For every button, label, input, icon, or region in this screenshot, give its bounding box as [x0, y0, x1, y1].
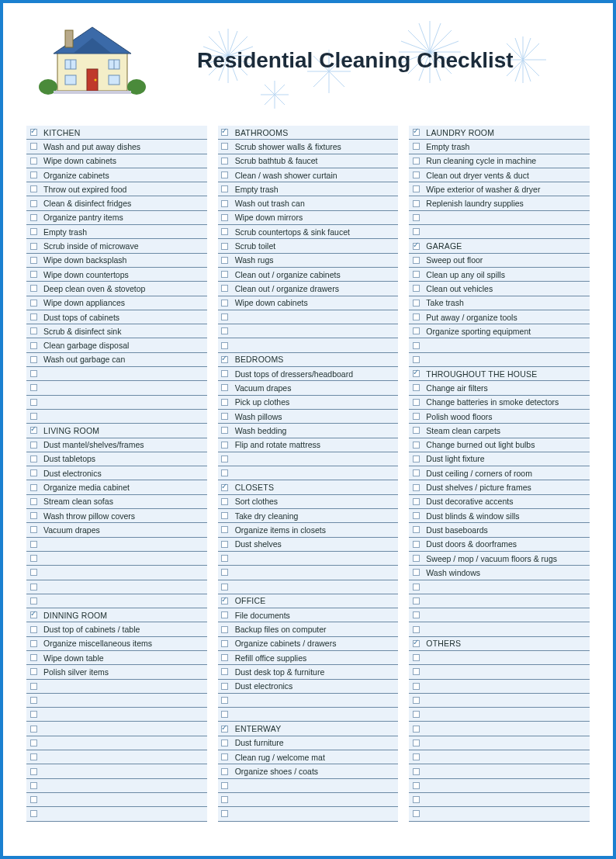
- checkbox-checked-icon[interactable]: [30, 611, 37, 618]
- checkbox-icon[interactable]: [30, 285, 37, 292]
- checkbox-icon[interactable]: [221, 711, 228, 718]
- checkbox-icon[interactable]: [221, 512, 228, 519]
- checkbox-icon[interactable]: [221, 569, 228, 576]
- checkbox-icon[interactable]: [30, 584, 37, 591]
- checkbox-icon[interactable]: [221, 455, 228, 462]
- checkbox-checked-icon[interactable]: [30, 427, 37, 434]
- checkbox-icon[interactable]: [413, 214, 420, 221]
- checkbox-icon[interactable]: [30, 541, 37, 548]
- checkbox-icon[interactable]: [221, 171, 228, 178]
- checkbox-icon[interactable]: [413, 285, 420, 292]
- checkbox-icon[interactable]: [30, 300, 37, 307]
- checkbox-icon[interactable]: [30, 313, 37, 320]
- checkbox-icon[interactable]: [30, 327, 37, 334]
- checkbox-icon[interactable]: [221, 342, 228, 349]
- checkbox-icon[interactable]: [221, 611, 228, 618]
- checkbox-icon[interactable]: [413, 257, 420, 264]
- checkbox-icon[interactable]: [221, 697, 228, 704]
- checkbox-icon[interactable]: [30, 171, 37, 178]
- checkbox-icon[interactable]: [413, 584, 420, 591]
- checkbox-icon[interactable]: [413, 384, 420, 391]
- checkbox-icon[interactable]: [221, 541, 228, 548]
- checkbox-icon[interactable]: [413, 158, 420, 165]
- checkbox-icon[interactable]: [30, 768, 37, 775]
- checkbox-icon[interactable]: [413, 626, 420, 633]
- checkbox-icon[interactable]: [413, 455, 420, 462]
- checkbox-icon[interactable]: [221, 214, 228, 221]
- checkbox-icon[interactable]: [413, 654, 420, 661]
- checkbox-icon[interactable]: [413, 611, 420, 618]
- checkbox-icon[interactable]: [413, 442, 420, 449]
- checkbox-icon[interactable]: [413, 555, 420, 562]
- checkbox-icon[interactable]: [413, 171, 420, 178]
- checkbox-icon[interactable]: [221, 668, 228, 675]
- checkbox-icon[interactable]: [30, 597, 37, 604]
- checkbox-icon[interactable]: [413, 512, 420, 519]
- checkbox-checked-icon[interactable]: [413, 129, 420, 136]
- checkbox-icon[interactable]: [413, 200, 420, 207]
- checkbox-icon[interactable]: [413, 469, 420, 476]
- checkbox-icon[interactable]: [413, 711, 420, 718]
- checkbox-icon[interactable]: [413, 753, 420, 760]
- checkbox-icon[interactable]: [221, 683, 228, 690]
- checkbox-icon[interactable]: [30, 455, 37, 462]
- checkbox-checked-icon[interactable]: [221, 597, 228, 604]
- checkbox-icon[interactable]: [413, 498, 420, 505]
- checkbox-checked-icon[interactable]: [221, 484, 228, 491]
- checkbox-icon[interactable]: [221, 384, 228, 391]
- checkbox-icon[interactable]: [221, 399, 228, 406]
- checkbox-icon[interactable]: [413, 228, 420, 235]
- checkbox-icon[interactable]: [413, 185, 420, 192]
- checkbox-icon[interactable]: [30, 158, 37, 165]
- checkbox-icon[interactable]: [30, 782, 37, 789]
- checkbox-icon[interactable]: [30, 413, 37, 420]
- checkbox-checked-icon[interactable]: [221, 726, 228, 733]
- checkbox-icon[interactable]: [30, 257, 37, 264]
- checkbox-icon[interactable]: [413, 427, 420, 434]
- checkbox-icon[interactable]: [30, 356, 37, 363]
- checkbox-icon[interactable]: [413, 271, 420, 278]
- checkbox-icon[interactable]: [221, 526, 228, 533]
- checkbox-icon[interactable]: [30, 810, 37, 817]
- checkbox-icon[interactable]: [30, 342, 37, 349]
- checkbox-icon[interactable]: [30, 569, 37, 576]
- checkbox-icon[interactable]: [30, 185, 37, 192]
- checkbox-icon[interactable]: [221, 413, 228, 420]
- checkbox-icon[interactable]: [413, 356, 420, 363]
- checkbox-icon[interactable]: [221, 498, 228, 505]
- checkbox-icon[interactable]: [413, 399, 420, 406]
- checkbox-checked-icon[interactable]: [413, 640, 420, 647]
- checkbox-icon[interactable]: [221, 654, 228, 661]
- checkbox-icon[interactable]: [30, 200, 37, 207]
- checkbox-icon[interactable]: [413, 342, 420, 349]
- checkbox-icon[interactable]: [413, 726, 420, 733]
- checkbox-icon[interactable]: [221, 300, 228, 307]
- checkbox-icon[interactable]: [413, 796, 420, 803]
- checkbox-icon[interactable]: [221, 740, 228, 746]
- checkbox-icon[interactable]: [221, 143, 228, 150]
- checkbox-icon[interactable]: [221, 640, 228, 647]
- checkbox-icon[interactable]: [413, 541, 420, 548]
- checkbox-icon[interactable]: [413, 768, 420, 775]
- checkbox-icon[interactable]: [221, 185, 228, 192]
- checkbox-icon[interactable]: [30, 512, 37, 519]
- checkbox-icon[interactable]: [413, 810, 420, 817]
- checkbox-icon[interactable]: [221, 427, 228, 434]
- checkbox-icon[interactable]: [221, 327, 228, 334]
- checkbox-icon[interactable]: [30, 243, 37, 250]
- checkbox-icon[interactable]: [30, 228, 37, 235]
- checkbox-icon[interactable]: [30, 626, 37, 633]
- checkbox-icon[interactable]: [221, 469, 228, 476]
- checkbox-icon[interactable]: [221, 200, 228, 207]
- checkbox-icon[interactable]: [30, 143, 37, 150]
- checkbox-icon[interactable]: [413, 484, 420, 491]
- checkbox-icon[interactable]: [221, 442, 228, 449]
- checkbox-icon[interactable]: [221, 158, 228, 165]
- checkbox-icon[interactable]: [30, 469, 37, 476]
- checkbox-checked-icon[interactable]: [413, 370, 420, 377]
- checkbox-icon[interactable]: [30, 384, 37, 391]
- checkbox-icon[interactable]: [221, 257, 228, 264]
- checkbox-icon[interactable]: [30, 683, 37, 690]
- checkbox-icon[interactable]: [30, 555, 37, 562]
- checkbox-icon[interactable]: [221, 555, 228, 562]
